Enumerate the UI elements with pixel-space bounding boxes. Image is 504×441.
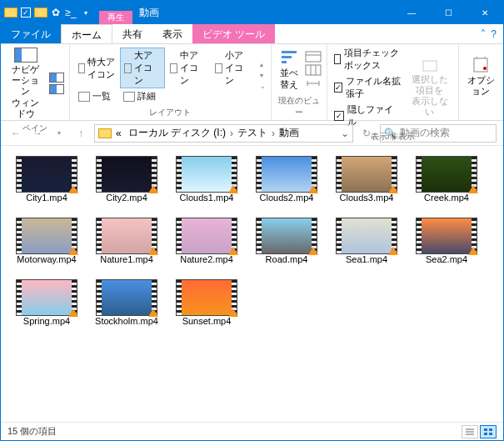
recent-dropdown[interactable]: ▾ (51, 125, 67, 142)
up-button[interactable]: ↑ (72, 125, 89, 142)
vlc-overlay-icon (308, 247, 318, 255)
hide-selected-button[interactable]: 選択した項目を 表示しない (406, 56, 453, 120)
file-item[interactable]: Sea2.mp4 (414, 218, 479, 264)
svg-rect-13 (484, 433, 487, 435)
file-item[interactable]: Clouds2.mp4 (254, 156, 319, 203)
search-input[interactable]: 🔍 動画の検索 (380, 124, 497, 143)
breadcrumb-item[interactable]: テスト (235, 126, 270, 140)
tab-share[interactable]: 共有 (112, 24, 152, 43)
maximize-button[interactable]: ☐ (430, 1, 467, 24)
video-thumbnail (16, 279, 77, 316)
sort-button[interactable]: 並べ替え (277, 48, 302, 91)
layout-scroll-down-icon[interactable]: ▾ (260, 72, 266, 79)
layout-list[interactable]: 一覧 (75, 89, 118, 103)
file-item[interactable]: Stockholm.mp4 (94, 279, 159, 326)
layout-scroll-up-icon[interactable]: ▴ (260, 61, 266, 68)
file-name: City2.mp4 (106, 193, 147, 203)
file-name: Clouds1.mp4 (180, 193, 234, 203)
file-name: Motorway.mp4 (17, 254, 76, 264)
vlc-overlay-icon (148, 247, 158, 255)
options-icon (472, 57, 490, 73)
tab-file[interactable]: ファイル (1, 24, 61, 43)
video-thumbnail (96, 218, 157, 254)
qab-settings-icon[interactable]: ✿ (49, 6, 62, 19)
file-name: Sea1.mp4 (346, 254, 387, 264)
file-name: Clouds2.mp4 (260, 193, 314, 203)
group-label-layout: レイアウト (75, 105, 266, 118)
size-columns-icon[interactable] (305, 78, 322, 89)
search-icon: 🔍 (384, 128, 397, 139)
group-by-icon[interactable] (305, 51, 322, 63)
address-bar[interactable]: « ローカル ディスク (I:) › テスト › 動画 ⌄ (94, 124, 353, 143)
file-item[interactable]: Sunset.mp4 (174, 279, 239, 326)
layout-small[interactable]: 小アイコン (212, 48, 255, 88)
layout-details[interactable]: 詳細 (120, 89, 165, 103)
qab-dropdown-icon[interactable]: ▾ (79, 6, 92, 19)
video-thumbnail (336, 218, 397, 254)
navigation-pane-icon (14, 48, 37, 63)
icons-view-icon[interactable] (480, 425, 497, 438)
tab-view[interactable]: 表示 (152, 24, 192, 43)
address-dropdown-icon[interactable]: ⌄ (341, 128, 349, 139)
qab-checkbox-icon[interactable]: ✓ (19, 6, 32, 19)
file-item[interactable]: Road.mp4 (254, 218, 319, 264)
file-item[interactable]: Nature2.mp4 (174, 218, 239, 264)
file-item[interactable]: City2.mp4 (94, 156, 159, 203)
file-item[interactable]: Clouds1.mp4 (174, 156, 239, 203)
layout-large[interactable]: 大アイコン (120, 48, 165, 88)
close-button[interactable]: ✕ (467, 1, 503, 24)
vlc-overlay-icon (148, 185, 158, 193)
layout-extra-large[interactable]: 特大アイコン (75, 48, 118, 88)
file-item[interactable]: Spring.mp4 (14, 279, 79, 326)
layout-expand-icon[interactable]: ⌄ (260, 83, 266, 90)
tab-home[interactable]: ホーム (61, 24, 112, 43)
item-checkboxes-toggle[interactable]: 項目チェック ボックス (332, 46, 402, 73)
status-bar: 15 個の項目 (1, 422, 503, 440)
back-button[interactable]: ← (7, 125, 24, 142)
ribbon: ナビゲーション ウィンドウ ペイン 特大アイコン 大アイコン 中アイコン 小アイ… (1, 44, 503, 121)
file-item[interactable]: Nature1.mp4 (94, 218, 159, 264)
context-header: 再生 (99, 11, 132, 24)
file-extensions-toggle[interactable]: ✓ファイル名拡張子 (332, 74, 402, 101)
svg-rect-5 (306, 65, 321, 75)
layout-medium[interactable]: 中アイコン (167, 48, 210, 88)
chevron-right-icon[interactable]: › (272, 128, 275, 139)
qab-powershell-icon[interactable]: ≥_ (64, 6, 77, 19)
video-thumbnail (96, 156, 157, 193)
file-name: Nature1.mp4 (100, 254, 153, 264)
hide-icon (422, 58, 438, 73)
video-thumbnail (16, 218, 77, 254)
video-thumbnail (96, 279, 157, 316)
titlebar: ✓ ✿ ≥_ ▾ 再生 動画 — ☐ ✕ (1, 1, 503, 24)
minimize-button[interactable]: — (393, 1, 430, 24)
file-list[interactable]: City1.mp4City2.mp4Clouds1.mp4Clouds2.mp4… (1, 146, 503, 422)
file-item[interactable]: Creek.mp4 (414, 156, 479, 203)
file-name: Nature2.mp4 (180, 254, 233, 264)
file-name: Spring.mp4 (23, 316, 70, 326)
navigation-pane-button[interactable]: ナビゲーション ウィンドウ (6, 46, 46, 121)
file-item[interactable]: City1.mp4 (14, 156, 79, 203)
svg-rect-2 (282, 61, 287, 63)
ribbon-collapse-icon[interactable]: ˄ (481, 28, 486, 40)
file-item[interactable]: Sea1.mp4 (334, 218, 399, 264)
video-thumbnail (256, 156, 317, 193)
chevron-right-icon[interactable]: › (230, 128, 233, 139)
breadcrumb-item[interactable]: 動画 (277, 126, 302, 140)
window-title: 動画 (132, 1, 393, 24)
file-item[interactable]: Clouds3.mp4 (334, 156, 399, 203)
details-pane-icon[interactable] (49, 84, 64, 94)
vlc-overlay-icon (308, 185, 318, 193)
qab-new-folder-icon[interactable] (34, 6, 47, 19)
vlc-overlay-icon (468, 247, 478, 255)
forward-button[interactable]: → (29, 125, 46, 142)
details-view-icon[interactable] (462, 425, 478, 438)
tab-video-tools[interactable]: ビデオ ツール (192, 24, 275, 43)
refresh-button[interactable]: ↻ (358, 125, 375, 142)
add-columns-icon[interactable] (305, 64, 322, 76)
breadcrumb-item[interactable]: ローカル ディスク (I:) (126, 126, 228, 140)
svg-rect-12 (489, 428, 492, 431)
options-button[interactable]: オプション (464, 55, 498, 98)
help-icon[interactable]: ? (491, 28, 497, 40)
file-item[interactable]: Motorway.mp4 (14, 218, 79, 264)
preview-pane-icon[interactable] (49, 73, 64, 83)
